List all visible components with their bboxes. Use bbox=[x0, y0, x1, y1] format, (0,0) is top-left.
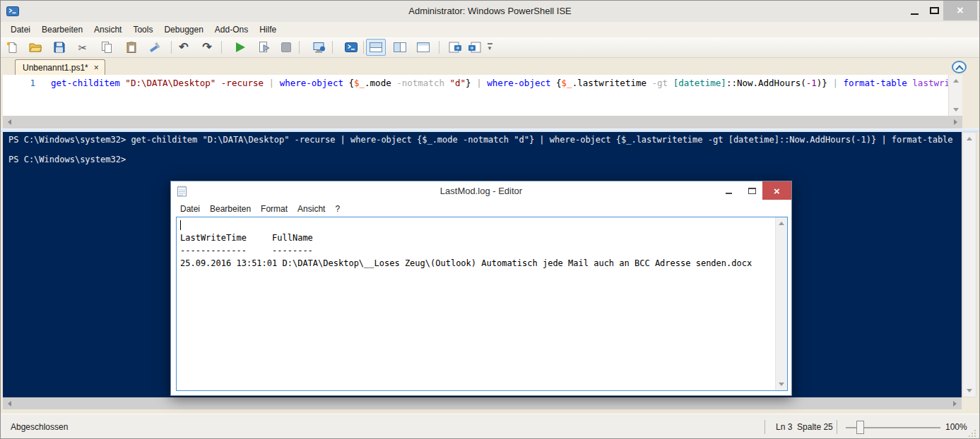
notepad-menu-ansicht[interactable]: Ansicht bbox=[293, 201, 330, 217]
editor-vertical-scrollbar[interactable] bbox=[948, 75, 962, 116]
console-command-line: PS C:\Windows\system32> get-childitem "D… bbox=[8, 135, 962, 145]
minimize-icon bbox=[911, 13, 919, 15]
menu-datei[interactable]: Datei bbox=[5, 22, 36, 37]
resize-grip[interactable] bbox=[968, 429, 976, 438]
script-editor-pane[interactable]: 1 get-childitem "D:\DATA\Desktop" -recur… bbox=[3, 75, 962, 116]
notepad-window: LastMod.log - Editor × Datei Bearbeiten … bbox=[170, 181, 792, 396]
scroll-down-icon[interactable] bbox=[967, 389, 972, 392]
statusbar-separator bbox=[764, 420, 765, 434]
new-remote-powershell-tab-button[interactable] bbox=[310, 39, 329, 56]
notepad-menubar: Datei Bearbeiten Format Ansicht ? bbox=[171, 201, 791, 217]
cut-icon: ✂ bbox=[78, 42, 88, 53]
undo-button[interactable]: ↶ bbox=[175, 39, 193, 56]
open-folder-icon bbox=[28, 41, 42, 54]
chevron-up-icon bbox=[955, 65, 963, 73]
toolbar-overflow-button[interactable]: ▾ bbox=[484, 39, 495, 56]
close-icon: × bbox=[957, 4, 963, 17]
statusbar-separator bbox=[837, 420, 837, 434]
toolbar-separator bbox=[363, 41, 364, 54]
scroll-down-icon[interactable] bbox=[779, 383, 784, 386]
notepad-minimize-button[interactable] bbox=[719, 181, 738, 200]
scroll-right-icon[interactable] bbox=[954, 119, 957, 125]
redo-button[interactable]: ↷ bbox=[198, 39, 216, 56]
toolbar-separator bbox=[332, 41, 333, 54]
script-pane-toggle-button-2[interactable] bbox=[465, 39, 483, 56]
console-prompt-line[interactable]: PS C:\Windows\system32> bbox=[8, 155, 962, 164]
new-script-button[interactable] bbox=[3, 39, 21, 56]
clear-console-icon bbox=[149, 41, 162, 54]
ise-toolbar: ✂ ↶ ↷ bbox=[1, 37, 979, 58]
notepad-close-button[interactable]: × bbox=[762, 181, 791, 200]
notepad-line-dashes: ------------- -------- bbox=[180, 244, 774, 257]
notepad-text-area[interactable]: LastWriteTime FullName ------------- ---… bbox=[176, 217, 788, 391]
console-output: PS C:\Windows\system32> get-childitem "D… bbox=[8, 135, 962, 164]
toolbar-separator bbox=[171, 41, 172, 54]
menu-hilfe[interactable]: Hilfe bbox=[254, 22, 282, 37]
notepad-menu-format[interactable]: Format bbox=[256, 201, 293, 217]
stop-operation-button[interactable] bbox=[277, 39, 295, 56]
copy-button[interactable] bbox=[98, 39, 116, 56]
run-selection-icon bbox=[258, 41, 271, 54]
undo-icon: ↶ bbox=[179, 42, 188, 53]
scroll-down-icon[interactable] bbox=[953, 108, 959, 112]
notepad-maximize-button[interactable] bbox=[742, 181, 762, 200]
run-icon bbox=[236, 42, 245, 52]
remote-computer-icon bbox=[312, 41, 326, 54]
menu-ansicht[interactable]: Ansicht bbox=[88, 22, 127, 37]
paste-button[interactable] bbox=[122, 39, 141, 56]
notepad-vertical-scrollbar[interactable] bbox=[775, 217, 787, 390]
line-number: 1 bbox=[21, 78, 35, 88]
open-script-button[interactable] bbox=[26, 39, 45, 56]
menu-addons[interactable]: Add-Ons bbox=[209, 22, 254, 37]
ise-menubar: Datei Bearbeiten Ansicht Tools Debuggen … bbox=[1, 22, 979, 37]
scroll-left-icon[interactable] bbox=[8, 401, 11, 407]
notepad-line-headers: LastWriteTime FullName bbox=[180, 231, 774, 244]
notepad-menu-datei[interactable]: Datei bbox=[175, 201, 205, 217]
layout-script-right-button[interactable] bbox=[390, 39, 410, 56]
console-horizontal-scrollbar[interactable] bbox=[3, 397, 962, 409]
window-title: Administrator: Windows PowerShell ISE bbox=[1, 6, 979, 16]
maximize-icon bbox=[930, 7, 939, 14]
notepad-line bbox=[180, 219, 774, 231]
script-pane-toggle-button-1[interactable] bbox=[446, 39, 464, 56]
layout-script-top-icon bbox=[370, 42, 382, 52]
cut-button[interactable]: ✂ bbox=[73, 39, 92, 56]
run-selection-button[interactable] bbox=[255, 39, 273, 56]
script-tab-unbenannt1[interactable]: Unbenannt1.ps1* × bbox=[15, 59, 105, 75]
maximize-button[interactable] bbox=[923, 1, 945, 20]
scroll-up-icon[interactable] bbox=[779, 222, 784, 225]
scroll-right-icon[interactable] bbox=[953, 401, 957, 407]
close-button[interactable]: × bbox=[943, 1, 977, 20]
console-vertical-scrollbar[interactable] bbox=[962, 132, 976, 397]
notepad-menu-bearbeiten[interactable]: Bearbeiten bbox=[205, 201, 256, 217]
menu-bearbeiten[interactable]: Bearbeiten bbox=[36, 22, 88, 37]
menu-tools[interactable]: Tools bbox=[127, 22, 158, 37]
scroll-up-icon[interactable] bbox=[953, 79, 959, 83]
toolbar-separator bbox=[439, 41, 439, 54]
menu-debuggen[interactable]: Debuggen bbox=[158, 22, 208, 37]
clear-console-button[interactable] bbox=[146, 39, 165, 56]
script-code-line[interactable]: get-childitem "D:\DATA\Desktop" -recurse… bbox=[51, 78, 950, 89]
redo-icon: ↷ bbox=[202, 42, 211, 53]
copy-icon bbox=[100, 41, 113, 54]
console-blank-line bbox=[8, 145, 962, 155]
tab-close-icon[interactable]: × bbox=[94, 64, 99, 72]
cursor-position: Ln 3 Spalte 25 bbox=[776, 422, 833, 432]
run-script-button[interactable] bbox=[231, 39, 249, 56]
save-icon bbox=[53, 41, 66, 54]
save-button[interactable] bbox=[50, 39, 69, 56]
notepad-menu-hilfe[interactable]: ? bbox=[330, 201, 345, 217]
start-powershell-button[interactable] bbox=[342, 39, 360, 56]
minimize-button[interactable] bbox=[904, 1, 925, 20]
layout-console-maximized-button[interactable] bbox=[413, 39, 433, 56]
script-pane-toggle-icon-2 bbox=[468, 42, 481, 54]
scroll-up-icon[interactable] bbox=[967, 137, 972, 140]
layout-script-top-button[interactable] bbox=[366, 39, 386, 56]
ise-window: Administrator: Windows PowerShell ISE × … bbox=[0, 0, 980, 439]
zoom-slider-handle[interactable] bbox=[856, 421, 864, 434]
script-pane-collapse-button[interactable] bbox=[952, 61, 967, 73]
ise-titlebar: Administrator: Windows PowerShell ISE × bbox=[1, 1, 979, 22]
scroll-left-icon[interactable] bbox=[8, 119, 11, 125]
notepad-line-data: 25.09.2016 13:51:01 D:\DATA\Desktop\__Lo… bbox=[180, 257, 774, 270]
editor-horizontal-scrollbar[interactable] bbox=[3, 116, 962, 128]
